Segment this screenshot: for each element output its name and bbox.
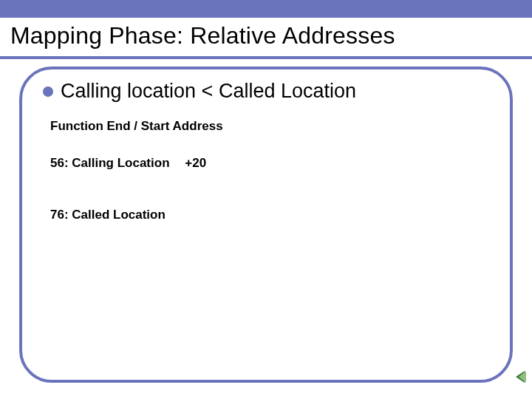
- title-area: Mapping Phase: Relative Addresses: [0, 18, 532, 55]
- bullet-text: Calling location < Called Location: [61, 80, 356, 103]
- header-band: [0, 0, 532, 18]
- content-inner: Calling location < Called Location Funct…: [22, 69, 510, 240]
- calling-location-label: 56: Calling Location: [50, 156, 170, 170]
- bullet-icon: [43, 86, 53, 97]
- content-frame: Calling location < Called Location Funct…: [19, 66, 513, 383]
- bullet-line: Calling location < Called Location: [43, 80, 492, 103]
- corner-accent-icon: [516, 371, 525, 383]
- sub-header: Function End / Start Address: [50, 119, 492, 134]
- called-location-row: 76: Called Location: [50, 208, 492, 222]
- calling-location-offset: +20: [185, 156, 206, 170]
- title-underline: [0, 56, 532, 59]
- calling-location-row: 56: Calling Location +20: [50, 156, 492, 171]
- slide-title: Mapping Phase: Relative Addresses: [10, 22, 522, 50]
